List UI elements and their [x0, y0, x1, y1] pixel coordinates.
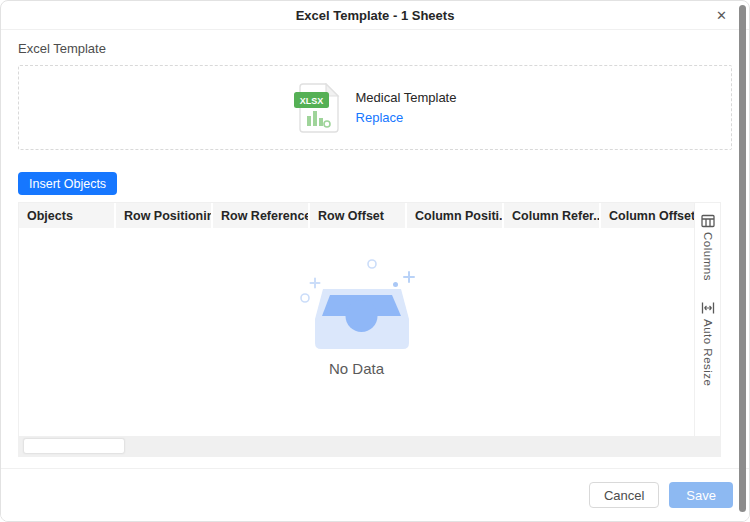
column-header-column-reference[interactable]: Column Refer... [504, 203, 601, 228]
objects-table-header: Objects Row Positioning Row Reference Ro… [19, 203, 694, 228]
cancel-button[interactable]: Cancel [589, 482, 659, 508]
dialog-vertical-scrollbar-thumb[interactable] [739, 5, 746, 512]
close-icon[interactable]: ✕ [714, 7, 729, 24]
columns-button-label: Columns [702, 232, 714, 281]
dialog-footer: Cancel Save [1, 468, 749, 521]
auto-resize-button[interactable]: Auto Resize [701, 301, 715, 387]
no-data-text: No Data [329, 360, 384, 377]
insert-objects-button[interactable]: Insert Objects [18, 172, 117, 195]
dialog-header: Excel Template - 1 Sheets ✕ [1, 1, 749, 30]
objects-table-main: Objects Row Positioning Row Reference Ro… [19, 203, 694, 456]
column-header-row-reference[interactable]: Row Reference [213, 203, 310, 228]
column-header-column-offset[interactable]: Column Offset [601, 203, 694, 228]
table-horizontal-scrollbar [19, 436, 720, 456]
column-header-row-offset[interactable]: Row Offset [310, 203, 407, 228]
svg-text:XLSX: XLSX [299, 95, 323, 105]
objects-table-empty-state: No Data [19, 228, 694, 456]
column-header-column-positioning[interactable]: Column Positi... [407, 203, 504, 228]
replace-link[interactable]: Replace [356, 110, 457, 125]
excel-template-dialog: Excel Template - 1 Sheets ✕ Excel Templa… [0, 0, 750, 522]
column-header-row-positioning[interactable]: Row Positioning [116, 203, 213, 228]
auto-resize-button-label: Auto Resize [702, 319, 714, 387]
columns-table-icon [701, 214, 715, 228]
excel-template-label: Excel Template [18, 41, 732, 56]
empty-box-icon [297, 254, 417, 354]
auto-resize-icon [701, 301, 715, 315]
template-file-name: Medical Template [356, 90, 457, 105]
dialog-title: Excel Template - 1 Sheets [296, 8, 455, 23]
dialog-body: Excel Template XLSX Medical Template Rep… [1, 30, 749, 457]
table-tool-rail: Columns Auto Resize [694, 203, 720, 436]
xlsx-file-icon: XLSX [294, 83, 340, 133]
columns-button[interactable]: Columns [701, 214, 715, 281]
save-button[interactable]: Save [669, 482, 733, 508]
objects-table: Objects Row Positioning Row Reference Ro… [18, 202, 721, 457]
template-upload-box: XLSX Medical Template Replace [18, 65, 732, 150]
column-header-objects[interactable]: Objects [19, 203, 116, 228]
template-file-meta: Medical Template Replace [356, 90, 457, 125]
table-horizontal-scrollbar-thumb[interactable] [23, 438, 125, 454]
